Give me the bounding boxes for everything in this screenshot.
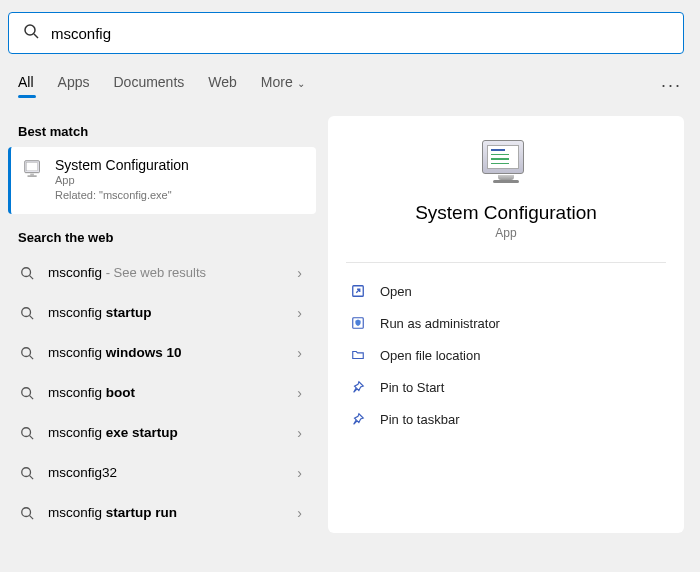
web-result-text: msconfig startup run: [48, 505, 283, 520]
web-search-heading: Search the web: [18, 230, 316, 245]
chevron-right-icon: ›: [297, 345, 302, 361]
search-icon: [20, 346, 34, 360]
svg-line-17: [30, 475, 34, 479]
svg-line-15: [30, 435, 34, 439]
chevron-down-icon: ⌄: [297, 78, 305, 89]
best-match-type: App: [55, 173, 189, 188]
tab-more[interactable]: More⌄: [261, 74, 305, 96]
search-icon: [23, 23, 39, 43]
svg-line-1: [34, 34, 38, 38]
web-result[interactable]: msconfig exe startup ›: [8, 413, 316, 453]
svg-point-18: [22, 508, 31, 517]
svg-line-11: [30, 355, 34, 359]
svg-point-6: [22, 268, 31, 277]
search-icon: [20, 426, 34, 440]
folder-icon: [350, 347, 366, 363]
web-result[interactable]: msconfig startup run ›: [8, 493, 316, 533]
more-options-button[interactable]: ···: [661, 75, 682, 96]
web-result-text: msconfig startup: [48, 305, 283, 320]
svg-point-12: [22, 388, 31, 397]
action-open[interactable]: Open: [346, 275, 666, 307]
svg-line-19: [30, 515, 34, 519]
chevron-right-icon: ›: [297, 465, 302, 481]
svg-point-10: [22, 348, 31, 357]
best-match-heading: Best match: [18, 124, 316, 139]
web-result-text: msconfig boot: [48, 385, 283, 400]
svg-rect-5: [28, 175, 37, 176]
search-icon: [20, 306, 34, 320]
chevron-right-icon: ›: [297, 425, 302, 441]
app-icon: [21, 157, 45, 181]
svg-rect-4: [30, 174, 34, 176]
chevron-right-icon: ›: [297, 505, 302, 521]
best-match-text: System Configuration App Related: "mscon…: [55, 157, 189, 204]
web-result[interactable]: msconfig - See web results ›: [8, 253, 316, 293]
tab-more-label: More: [261, 74, 293, 90]
content: Best match System Configuration App Rela…: [0, 104, 700, 533]
best-match-result[interactable]: System Configuration App Related: "mscon…: [8, 147, 316, 214]
svg-rect-3: [27, 163, 38, 171]
web-result[interactable]: msconfig boot ›: [8, 373, 316, 413]
action-label: Pin to Start: [380, 380, 444, 395]
results-column: Best match System Configuration App Rela…: [8, 116, 316, 533]
search-bar[interactable]: [8, 12, 684, 54]
action-run-admin[interactable]: Run as administrator: [346, 307, 666, 339]
tab-web[interactable]: Web: [208, 74, 237, 96]
svg-point-0: [25, 25, 35, 35]
chevron-right-icon: ›: [297, 385, 302, 401]
search-icon: [20, 466, 34, 480]
action-pin-start[interactable]: Pin to Start: [346, 371, 666, 403]
web-results-list: msconfig - See web results › msconfig st…: [8, 253, 316, 533]
search-icon: [20, 386, 34, 400]
web-result-text: msconfig windows 10: [48, 345, 283, 360]
tab-all[interactable]: All: [18, 74, 34, 96]
svg-point-8: [22, 308, 31, 317]
svg-point-14: [22, 428, 31, 437]
search-icon: [20, 266, 34, 280]
detail-app-icon: [482, 140, 530, 188]
chevron-right-icon: ›: [297, 305, 302, 321]
search-input[interactable]: [51, 25, 669, 42]
action-open-location[interactable]: Open file location: [346, 339, 666, 371]
tab-apps[interactable]: Apps: [58, 74, 90, 96]
web-result-text: msconfig32: [48, 465, 283, 480]
detail-type: App: [495, 226, 516, 240]
action-pin-taskbar[interactable]: Pin to taskbar: [346, 403, 666, 435]
svg-line-13: [30, 395, 34, 399]
web-result-text: msconfig exe startup: [48, 425, 283, 440]
svg-line-7: [30, 275, 34, 279]
tab-documents[interactable]: Documents: [113, 74, 184, 96]
detail-panel: System Configuration App Open Run as adm…: [328, 116, 684, 533]
action-label: Open: [380, 284, 412, 299]
best-match-title: System Configuration: [55, 157, 189, 173]
detail-title: System Configuration: [415, 202, 597, 224]
web-result[interactable]: msconfig startup ›: [8, 293, 316, 333]
svg-line-9: [30, 315, 34, 319]
pin-icon: [350, 411, 366, 427]
svg-point-16: [22, 468, 31, 477]
web-result[interactable]: msconfig windows 10 ›: [8, 333, 316, 373]
divider: [346, 262, 666, 263]
action-label: Open file location: [380, 348, 480, 363]
action-label: Run as administrator: [380, 316, 500, 331]
web-result-text: msconfig - See web results: [48, 265, 283, 280]
pin-icon: [350, 379, 366, 395]
filter-tabs: All Apps Documents Web More⌄ ···: [0, 54, 700, 104]
open-icon: [350, 283, 366, 299]
web-result[interactable]: msconfig32 ›: [8, 453, 316, 493]
best-match-related: Related: "msconfig.exe": [55, 188, 189, 203]
chevron-right-icon: ›: [297, 265, 302, 281]
shield-icon: [350, 315, 366, 331]
action-label: Pin to taskbar: [380, 412, 460, 427]
search-icon: [20, 506, 34, 520]
